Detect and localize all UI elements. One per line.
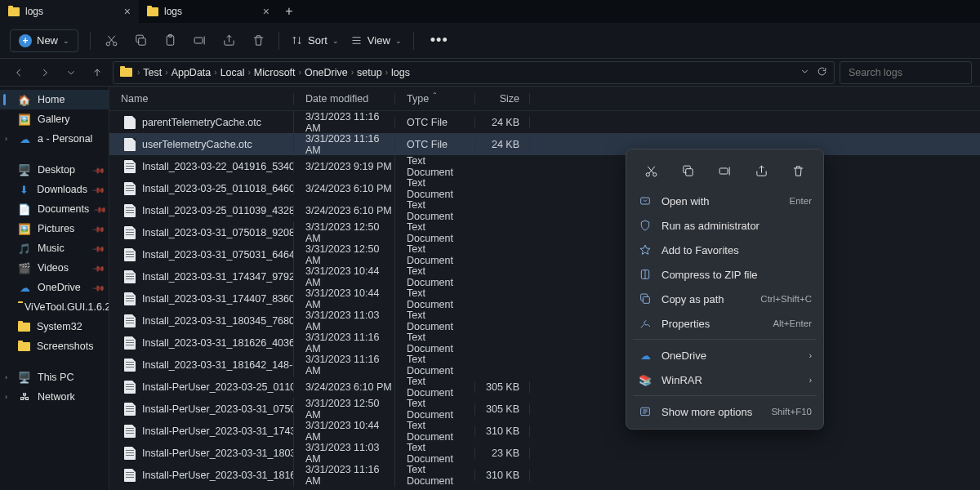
divider — [278, 32, 279, 50]
table-row[interactable]: Install_2023-03-31_181642_148-66043/31/2… — [109, 354, 980, 376]
sort-button[interactable]: Sort ⌄ — [291, 34, 339, 47]
sidebar-item-gallery[interactable]: 🖼️Gallery — [0, 109, 109, 129]
table-row[interactable]: Install_2023-03-31_075018_9208-40363/31/… — [109, 221, 980, 243]
view-button[interactable]: View ⌄ — [350, 34, 402, 47]
search-input[interactable] — [840, 61, 972, 84]
close-tab-icon[interactable]: × — [124, 5, 131, 18]
window-tab[interactable]: logs × — [0, 0, 139, 23]
table-row[interactable]: Install_2023-03-25_011039_4328-90323/24/… — [109, 199, 980, 221]
ctx-properties[interactable]: PropertiesAlt+Enter — [626, 311, 823, 336]
column-header-type[interactable]: ⌃Type — [394, 93, 474, 105]
file-type: Text Document — [394, 177, 474, 200]
file-size: 305 KB — [474, 403, 530, 415]
address-bar[interactable]: › Test› AppData› Local› Microsoft› OneDr… — [113, 61, 835, 84]
cut-icon[interactable] — [640, 159, 663, 182]
sidebar-item-music[interactable]: 🎵Music📌 — [0, 238, 109, 258]
sidebar-item-documents[interactable]: 📄Documents📌 — [0, 199, 109, 219]
folder-icon — [8, 7, 20, 16]
pin-icon: 📌 — [92, 281, 105, 294]
ctx-copy-path[interactable]: Copy as pathCtrl+Shift+C — [626, 287, 823, 311]
share-icon[interactable] — [220, 32, 238, 50]
ctx-compress-zip[interactable]: Compress to ZIP file — [626, 262, 823, 287]
table-row[interactable]: Install_2023-03-31_181626_4036-69923/31/… — [109, 332, 980, 354]
sidebar-item-folder[interactable]: System32 — [0, 317, 109, 336]
ctx-onedrive[interactable]: ☁OneDrive› — [626, 343, 823, 368]
svg-rect-12 — [643, 296, 649, 303]
copy-icon[interactable] — [677, 159, 700, 182]
file-type: Text Document — [394, 310, 474, 332]
sidebar-item-folder[interactable]: ViVeTool.GUI.1.6.2.0 — [0, 297, 109, 317]
refresh-icon[interactable] — [817, 66, 827, 79]
new-tab-button[interactable]: + — [278, 0, 301, 23]
table-row[interactable]: userTelemetryCache.otc3/31/2023 11:16 AM… — [109, 133, 980, 155]
ctx-run-admin[interactable]: Run as administrator — [626, 213, 823, 238]
table-row[interactable]: Install_2023-03-31_075031_6464-71643/31/… — [109, 243, 980, 265]
back-button[interactable] — [8, 67, 29, 78]
breadcrumb[interactable]: logs — [391, 67, 410, 78]
forward-button[interactable] — [34, 67, 56, 78]
table-row[interactable]: parentTelemetryCache.otc3/31/2023 11:16 … — [109, 111, 980, 133]
window-tab[interactable]: logs × — [139, 0, 278, 23]
column-header-date[interactable]: Date modified — [293, 93, 394, 105]
breadcrumb[interactable]: Microsoft — [254, 67, 296, 78]
table-row[interactable]: Install-PerUser_2023-03-31_174349_656-…3… — [109, 420, 980, 442]
breadcrumb[interactable]: OneDrive — [305, 67, 348, 78]
home-icon: 🏠 — [18, 95, 31, 105]
table-row[interactable]: Install-PerUser_2023-03-31_181628_7996…3… — [109, 464, 980, 486]
share-icon[interactable] — [751, 159, 773, 182]
table-row[interactable]: Install-PerUser_2023-03-31_075019_1996…3… — [109, 398, 980, 420]
file-name: Install_2023-03-31_075018_9208-4036 — [142, 227, 293, 238]
breadcrumb[interactable]: AppData — [172, 67, 212, 78]
table-row[interactable]: Install_2023-03-22_041916_5340-43403/21/… — [109, 155, 980, 177]
rename-icon[interactable] — [190, 32, 208, 50]
sidebar-item-desktop[interactable]: 🖥️Desktop📌 — [0, 160, 109, 180]
pin-icon: 📌 — [92, 242, 105, 255]
column-header-name[interactable]: Name — [109, 93, 293, 105]
breadcrumb[interactable]: setup — [357, 67, 382, 78]
cloud-icon: ☁ — [638, 348, 653, 363]
documents-icon: 📄 — [18, 204, 31, 215]
tab-title: logs — [164, 6, 182, 17]
ctx-open-with[interactable]: Open withEnter — [626, 189, 823, 213]
sidebar-item-home[interactable]: 🏠Home — [0, 90, 109, 109]
table-row[interactable]: Install-PerUser_2023-03-25_011020_4356…3… — [109, 376, 980, 398]
breadcrumb[interactable]: Local — [220, 67, 245, 78]
paste-icon[interactable] — [161, 32, 179, 50]
rename-icon[interactable] — [714, 159, 737, 182]
sidebar-item-downloads[interactable]: ⬇Downloads📌 — [0, 180, 109, 199]
column-header-size[interactable]: Size — [474, 93, 530, 105]
up-button[interactable] — [87, 67, 108, 78]
file-name: Install_2023-03-22_041916_5340-4340 — [142, 161, 293, 172]
delete-icon[interactable] — [249, 32, 267, 50]
table-row[interactable]: Install-PerUser_2023-03-31_180352_1128…3… — [109, 442, 980, 464]
table-row[interactable]: Install_2023-03-25_011018_6460-10083/24/… — [109, 177, 980, 199]
pin-icon: 📌 — [92, 163, 105, 176]
table-row[interactable]: Install_2023-03-31_174347_9792-91883/31/… — [109, 265, 980, 287]
address-dropdown-icon[interactable] — [800, 66, 810, 79]
sidebar-item-network[interactable]: ›🖧Network — [0, 387, 109, 407]
ctx-winrar[interactable]: 📚WinRAR› — [626, 368, 823, 392]
ctx-show-more[interactable]: Show more optionsShift+F10 — [626, 399, 823, 424]
delete-icon[interactable] — [787, 159, 810, 182]
sort-asc-icon: ⌃ — [432, 91, 438, 99]
file-type: Text Document — [394, 265, 474, 288]
sidebar-item-onedrive-personal[interactable]: ›☁a - Personal — [0, 129, 109, 149]
file-date: 3/31/2023 11:16 AM — [293, 354, 394, 376]
new-button[interactable]: + New ⌄ — [10, 29, 78, 52]
ctx-add-favorites[interactable]: Add to Favorites — [626, 238, 823, 262]
copy-icon[interactable] — [131, 32, 149, 50]
sidebar-item-onedrive[interactable]: ☁OneDrive📌 — [0, 278, 109, 297]
table-row[interactable]: Install_2023-03-31_180345_7680-99483/31/… — [109, 310, 980, 332]
sidebar-item-videos[interactable]: 🎬Videos📌 — [0, 258, 109, 278]
cut-icon[interactable] — [102, 32, 120, 50]
breadcrumb[interactable]: Test — [143, 67, 162, 78]
pin-icon: 📌 — [92, 222, 105, 235]
file-icon — [124, 248, 136, 261]
table-row[interactable]: Install_2023-03-31_174407_8360-16723/31/… — [109, 287, 980, 310]
more-button[interactable]: ••• — [425, 32, 453, 49]
close-tab-icon[interactable]: × — [263, 5, 270, 18]
sidebar-item-pictures[interactable]: 🖼️Pictures📌 — [0, 219, 109, 238]
sidebar-item-thispc[interactable]: ›🖥️This PC — [0, 368, 109, 387]
sidebar-item-folder[interactable]: Screenshots — [0, 336, 109, 356]
recent-dropdown-button[interactable] — [60, 67, 82, 78]
